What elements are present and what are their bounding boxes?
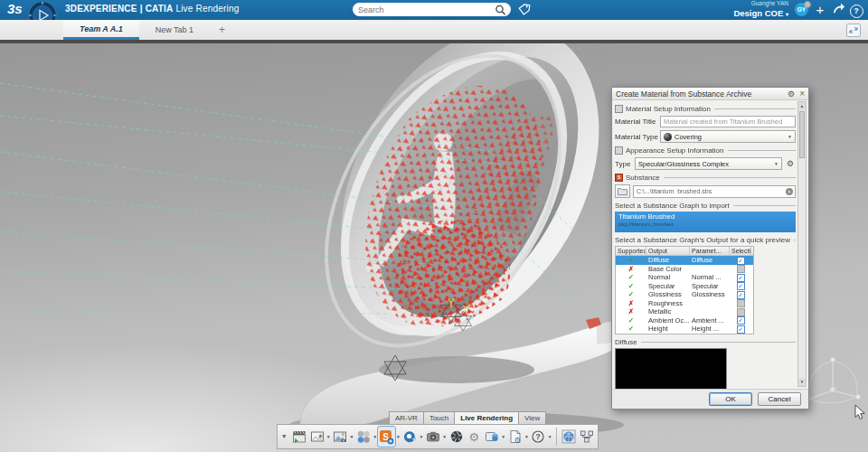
settings-gear-icon[interactable]: ⚙ [466,427,483,447]
column-header-output[interactable]: Output [646,247,690,255]
environment-icon[interactable] [332,427,349,447]
column-header-supported[interactable]: Supported [616,247,646,255]
mode-tab-ar-vr[interactable]: AR-VR [389,411,424,424]
graph-list-item-selected[interactable]: Titanium Brushed pkg://titanium_brushed [615,212,796,232]
dialog-close-icon[interactable]: × [799,89,805,99]
appearance-type-select[interactable]: Specular/Glossiness Complex ▼ [635,157,782,170]
tab-new-tab-1[interactable]: New Tab 1 [139,20,210,40]
dialog-footer: OK Cancel [612,389,808,409]
render-clapperboard-icon[interactable] [290,427,307,447]
3ds-logo-icon[interactable]: 3s [7,1,23,16]
param-cell: Height ... [690,325,730,333]
render-output-icon[interactable] [484,427,501,447]
mode-tab-touch[interactable]: Touch [423,411,455,424]
dialog-scrollbar[interactable]: ▲ ▼ [797,101,807,387]
dropdown-caret[interactable]: ▼ [524,434,529,439]
browse-folder-button[interactable] [615,184,630,198]
dropdown-caret[interactable]: ▼ [501,434,505,439]
material-type-select[interactable]: Covering ▼ [660,130,796,143]
checkbox[interactable]: ✓ [737,316,745,325]
table-row[interactable]: ✗Base Color [616,265,753,274]
substance-icon[interactable]: S [378,427,395,447]
search-input[interactable] [353,5,495,14]
output-cell: Base Color [646,265,690,273]
dropdown-caret[interactable]: ▼ [420,434,424,439]
share-icon[interactable] [830,2,846,18]
scroll-down-arrow[interactable]: ▼ [798,378,806,386]
render-frame-icon[interactable] [308,427,326,447]
material-title-input[interactable] [660,116,796,127]
table-row[interactable]: ✓GlossinessGlossiness✓ [616,290,753,299]
clear-path-icon[interactable]: × [786,188,793,195]
selection-cell: ✓ [730,290,751,299]
materials-spheres-icon[interactable] [354,427,372,447]
dropdown-caret[interactable]: ▼ [396,434,401,439]
table-row[interactable]: ✗Roughness [616,299,753,308]
table-row[interactable]: ✓NormalNormal ...✓ [616,273,753,282]
table-row[interactable]: ✓Ambient Oc...Ambient ...✓ [616,316,753,325]
dialog-body: Material Setup Information Material Titl… [615,101,796,387]
connections-icon[interactable] [578,427,595,447]
material-sphere-icon [664,133,672,141]
table-row[interactable]: ✓DiffuseDiffuse✓ [616,256,753,265]
restore-panel-icon[interactable] [846,24,861,37]
group-graph-output: Select a Substance Graph's Output for a … [615,236,796,244]
selection-cell: ✓ [730,256,751,265]
help-icon[interactable]: ? [848,2,864,18]
substance-path-field[interactable]: × [633,185,796,198]
dialog-gear-icon[interactable]: ⚙ [788,89,795,99]
tag-icon[interactable] [517,3,532,17]
dropdown-caret[interactable]: ▼ [442,434,447,439]
toolbar-separator [556,428,557,446]
section-rule [714,108,796,109]
user-info[interactable]: Guanghe YAN Design COE ▾ [733,1,788,17]
app-title: 3DEXPERIENCE | CATIA Live Rendering [65,4,240,14]
dialog-title-bar[interactable]: Create Material from Substance Archive ⚙… [612,88,808,100]
checkbox[interactable]: ✓ [737,282,745,290]
column-header-paramet-[interactable]: Paramet... [690,247,730,255]
checkbox[interactable]: ✓ [737,257,745,265]
section-rule [733,205,796,206]
svg-text:⚙: ⚙ [514,436,521,444]
new-tab-button[interactable]: + [210,20,234,40]
turntable-icon[interactable] [401,427,419,447]
mode-tab-live-rendering[interactable]: Live Rendering [454,411,519,424]
column-header-selection[interactable]: Selection [730,247,751,255]
camera-icon[interactable] [425,427,442,447]
selection-cell [730,307,751,316]
checkbox[interactable]: ✓ [737,274,745,282]
tab-team-a-a-1[interactable]: Team A A.1 [63,20,139,40]
section-rule [794,240,796,240]
process-settings-icon[interactable]: ⚙ [506,427,524,447]
check-icon: ✓ [616,282,646,290]
aperture-icon[interactable] [448,427,465,447]
section-icon [615,105,623,113]
section-title: Select a Substance Graph's Output for a … [615,236,790,244]
search-box[interactable] [353,3,511,16]
dropdown-caret[interactable]: ▼ [350,434,354,439]
mode-tab-view[interactable]: View [518,411,546,424]
scrollbar-thumb[interactable] [799,111,805,158]
search-icon[interactable] [495,5,507,15]
checkbox[interactable]: ✓ [737,325,745,334]
output-cell: Ambient Oc... [646,316,690,325]
substance-path-input[interactable] [634,188,786,194]
appearance-settings-gear-icon[interactable]: ⚙ [785,158,796,169]
output-cell: Height [646,325,690,333]
table-row[interactable]: ✓HeightHeight ...✓ [616,325,753,334]
help-icon[interactable]: ? [530,427,547,447]
dropdown-caret[interactable]: ▼ [373,434,377,439]
table-row[interactable]: ✗Metallic [616,307,753,316]
dialog-title: Create Material from Substance Archive [616,89,788,99]
dropdown-caret[interactable]: ▼ [548,434,552,439]
textured-sphere-icon[interactable] [561,427,578,447]
table-row[interactable]: ✓SpecularSpecular✓ [616,282,753,291]
scroll-up-arrow[interactable]: ▲ [798,102,806,110]
cancel-button[interactable]: Cancel [758,392,801,406]
dropdown-caret[interactable]: ▼ [326,434,331,439]
view-triad-widget[interactable] [806,357,860,403]
toolbar-overflow-chevron[interactable]: ▼ [280,427,288,447]
checkbox[interactable]: ✓ [737,291,745,299]
add-content-button[interactable]: + [812,2,828,17]
ok-button[interactable]: OK [709,392,752,406]
